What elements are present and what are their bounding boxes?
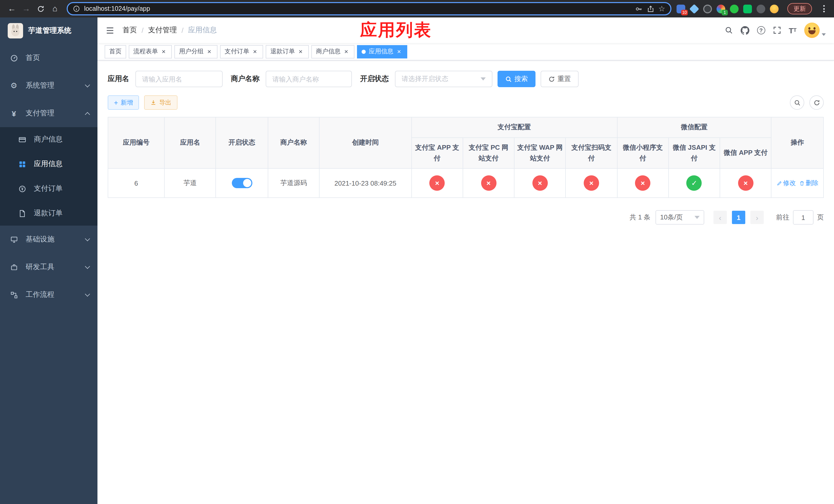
plus-icon: + [114, 99, 118, 106]
close-icon[interactable]: × [343, 48, 350, 55]
prev-page-button[interactable]: ‹ [714, 211, 727, 224]
add-button[interactable]: + 新增 [108, 95, 139, 110]
breadcrumb-item-home[interactable]: 首页 [123, 26, 137, 35]
col-group-wechat: 微信配置 [617, 117, 771, 138]
close-icon[interactable]: × [297, 48, 304, 55]
extension-icon-6[interactable] [743, 4, 752, 13]
active-dot [361, 49, 366, 53]
browser-menu-button[interactable] [820, 3, 828, 14]
extensions-area: 10 1 更新 [677, 3, 829, 14]
status-toggle[interactable] [232, 178, 252, 188]
sidebar-toggle-button[interactable] [106, 26, 114, 35]
sidebar-item-infrastructure[interactable]: 基础设施 [0, 226, 97, 253]
sidebar-item-refund-order[interactable]: 退款订单 [0, 201, 97, 226]
sidebar-item-merchant-info[interactable]: 商户信息 [0, 127, 97, 152]
logo-avatar [8, 23, 23, 39]
tab-app-info[interactable]: 应用信息× [357, 45, 407, 58]
tab-label: 商户信息 [316, 47, 341, 56]
app-name-input[interactable] [135, 71, 223, 87]
extension-icon-3[interactable] [703, 4, 712, 13]
edit-link[interactable]: 修改 [776, 179, 796, 188]
breadcrumb-item-payment[interactable]: 支付管理 [148, 26, 177, 35]
user-menu[interactable] [804, 23, 826, 38]
extension-icon-5[interactable] [730, 4, 739, 13]
goto-page-input[interactable] [793, 210, 813, 225]
font-size-icon[interactable]: TT [789, 26, 796, 34]
github-icon[interactable] [740, 26, 749, 35]
help-icon[interactable]: ? [757, 26, 765, 35]
search-icon[interactable] [724, 26, 733, 35]
bookmark-star-icon[interactable]: ☆ [658, 4, 665, 13]
tab-label: 退款订单 [270, 47, 295, 56]
status-select[interactable]: 请选择开启状态 [395, 71, 492, 87]
merchant-name-input[interactable] [266, 71, 352, 87]
address-bar[interactable]: localhost:1024/pay/app ☆ [67, 2, 672, 15]
pagination: 共 1 条 10条/页 ‹ 1 › 前往 页 [108, 210, 824, 225]
tab-label: 用户分组 [179, 47, 204, 56]
sidebar-item-payment[interactable]: ¥ 支付管理 [0, 99, 97, 127]
close-icon[interactable]: × [206, 48, 213, 55]
search-icon [794, 99, 800, 106]
tab-home[interactable]: 首页 [105, 45, 126, 58]
browser-reload-button[interactable] [34, 2, 47, 15]
sidebar-item-pay-order[interactable]: 支付订单 [0, 176, 97, 201]
tab-merchant-info[interactable]: 商户信息× [311, 45, 354, 58]
status-label: 开启状态 [360, 74, 389, 84]
toggle-search-button[interactable] [790, 95, 804, 110]
share-icon[interactable] [646, 5, 654, 13]
search-button[interactable]: 搜索 [498, 71, 535, 87]
app-title: 芋道管理系统 [28, 26, 71, 36]
col-header-alipay-qr: 支付宝扫码支付 [566, 138, 617, 169]
close-icon[interactable]: × [395, 48, 403, 55]
reset-button-label: 重置 [557, 74, 571, 84]
breadcrumb: 首页 / 支付管理 / 应用信息 [123, 26, 217, 35]
reset-button[interactable]: 重置 [541, 71, 578, 87]
next-page-button[interactable]: › [750, 211, 764, 224]
extension-icon-2[interactable] [690, 4, 699, 13]
goto-label: 前往 [776, 213, 789, 222]
tab-label: 支付订单 [225, 47, 249, 56]
export-button[interactable]: 导出 [144, 95, 177, 110]
config-status-icon: × [738, 176, 753, 191]
close-icon[interactable]: × [160, 48, 167, 55]
sidebar-logo-row[interactable]: 芋道管理系统 [0, 18, 97, 44]
sidebar-item-workflow[interactable]: 工作流程 [0, 281, 97, 308]
sidebar-item-label: 首页 [26, 53, 40, 63]
refund-order-icon [16, 209, 28, 217]
fullscreen-icon[interactable] [773, 26, 781, 35]
cell-status [216, 169, 268, 198]
browser-update-button[interactable]: 更新 [787, 3, 812, 14]
table-toolbar: + 新增 导出 [108, 95, 824, 110]
url-text[interactable]: localhost:1024/pay/app [84, 5, 150, 12]
sidebar-item-home[interactable]: 首页 [0, 44, 97, 72]
cell-created: 2021-10-23 08:49:25 [319, 169, 411, 198]
page-number-1[interactable]: 1 [732, 211, 745, 224]
tab-process-form[interactable]: 流程表单× [129, 45, 172, 58]
delete-link[interactable]: 删除 [799, 179, 818, 188]
page-size-select[interactable]: 10条/页 [656, 210, 704, 225]
sidebar-item-label: 支付订单 [34, 184, 63, 193]
browser-home-button[interactable]: ⌂ [48, 2, 62, 15]
pagination-total: 共 1 条 [630, 213, 650, 222]
tab-refund-order[interactable]: 退款订单× [266, 45, 309, 58]
refresh-table-button[interactable] [809, 95, 824, 110]
search-button-label: 搜索 [514, 74, 528, 84]
chevron-down-icon [85, 236, 90, 241]
question-glyph: ? [757, 26, 765, 35]
sidebar-item-app-info[interactable]: 应用信息 [0, 152, 97, 176]
site-info-icon[interactable] [73, 5, 80, 12]
browser-forward-button[interactable]: → [20, 2, 33, 15]
col-header-alipay-wap: 支付宝 WAP 网站支付 [514, 138, 566, 169]
close-icon[interactable]: × [251, 48, 259, 55]
password-key-icon[interactable] [635, 5, 642, 13]
extension-icon-4[interactable]: 1 [717, 4, 725, 13]
tab-user-group[interactable]: 用户分组× [174, 45, 218, 58]
sidebar-item-label: 系统管理 [26, 81, 54, 90]
browser-back-button[interactable]: ← [5, 2, 19, 15]
extension-icon-1[interactable]: 10 [677, 4, 685, 13]
sidebar-item-system[interactable]: ⚙ 系统管理 [0, 72, 97, 99]
extension-icon-7[interactable] [756, 4, 765, 13]
profile-avatar-icon[interactable] [770, 4, 778, 13]
tab-pay-order[interactable]: 支付订单× [220, 45, 263, 58]
sidebar-item-dev-tools[interactable]: 研发工具 [0, 253, 97, 281]
